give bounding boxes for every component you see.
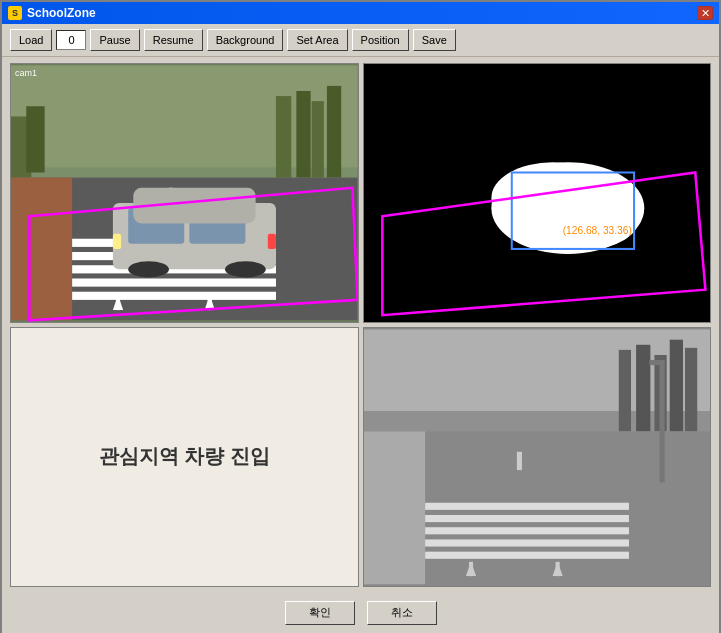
svg-rect-5 xyxy=(296,91,310,178)
close-button[interactable]: ✕ xyxy=(697,6,713,20)
svg-rect-51 xyxy=(425,527,629,534)
save-button[interactable]: Save xyxy=(413,29,456,51)
alert-panel: 관심지역 차량 진입 xyxy=(10,327,359,587)
svg-rect-52 xyxy=(425,539,629,546)
svg-rect-47 xyxy=(659,360,664,482)
toolbar: Load Pause Resume Background Set Area Po… xyxy=(2,24,719,57)
svg-rect-40 xyxy=(618,350,630,432)
content-area: cam1 xyxy=(2,57,719,593)
svg-rect-3 xyxy=(26,106,44,172)
motion-feed: (126.68, 33.36) xyxy=(364,64,711,322)
footer: 확인 취소 xyxy=(2,593,719,633)
svg-rect-43 xyxy=(669,339,682,431)
pause-button[interactable]: Pause xyxy=(90,29,139,51)
svg-rect-41 xyxy=(636,345,650,432)
svg-point-24 xyxy=(128,261,169,277)
alert-text: 관심지역 차량 진입 xyxy=(99,443,270,470)
resume-button[interactable]: Resume xyxy=(144,29,203,51)
cancel-button[interactable]: 취소 xyxy=(367,601,437,625)
camera-panel-3 xyxy=(363,327,712,587)
svg-rect-54 xyxy=(516,452,521,470)
svg-rect-13 xyxy=(72,278,276,286)
svg-rect-50 xyxy=(425,515,629,522)
svg-rect-4 xyxy=(276,96,291,178)
camera-label: cam1 xyxy=(15,68,37,78)
position-button[interactable]: Position xyxy=(352,29,409,51)
set-area-button[interactable]: Set Area xyxy=(287,29,347,51)
svg-rect-53 xyxy=(425,551,629,558)
title-bar: S SchoolZone ✕ xyxy=(2,2,719,24)
camera-feed-1 xyxy=(11,64,358,322)
camera-panel-2: (126.68, 33.36) xyxy=(363,63,712,323)
svg-rect-19 xyxy=(116,295,120,310)
confirm-button[interactable]: 확인 xyxy=(285,601,355,625)
svg-rect-27 xyxy=(268,234,276,249)
load-input[interactable] xyxy=(56,30,86,50)
svg-rect-7 xyxy=(327,86,341,178)
svg-rect-14 xyxy=(72,292,276,300)
svg-point-25 xyxy=(225,261,266,277)
svg-rect-6 xyxy=(312,101,324,177)
svg-rect-49 xyxy=(425,503,629,510)
svg-rect-44 xyxy=(685,348,697,432)
load-button[interactable]: Load xyxy=(10,29,52,51)
svg-point-32 xyxy=(537,188,639,249)
svg-rect-26 xyxy=(113,234,121,249)
background-button[interactable]: Background xyxy=(207,29,284,51)
app-icon: S xyxy=(8,6,22,20)
svg-rect-58 xyxy=(468,562,472,576)
svg-rect-56 xyxy=(555,562,559,576)
svg-rect-48 xyxy=(649,360,664,365)
svg-rect-9 xyxy=(11,178,72,321)
main-window: S SchoolZone ✕ Load Pause Resume Backgro… xyxy=(0,0,721,633)
background-feed xyxy=(364,328,711,586)
camera-panel-1: cam1 xyxy=(10,63,359,323)
window-title: SchoolZone xyxy=(27,6,697,20)
svg-rect-46 xyxy=(364,431,425,584)
svg-text:(126.68, 33.36): (126.68, 33.36) xyxy=(562,225,631,236)
